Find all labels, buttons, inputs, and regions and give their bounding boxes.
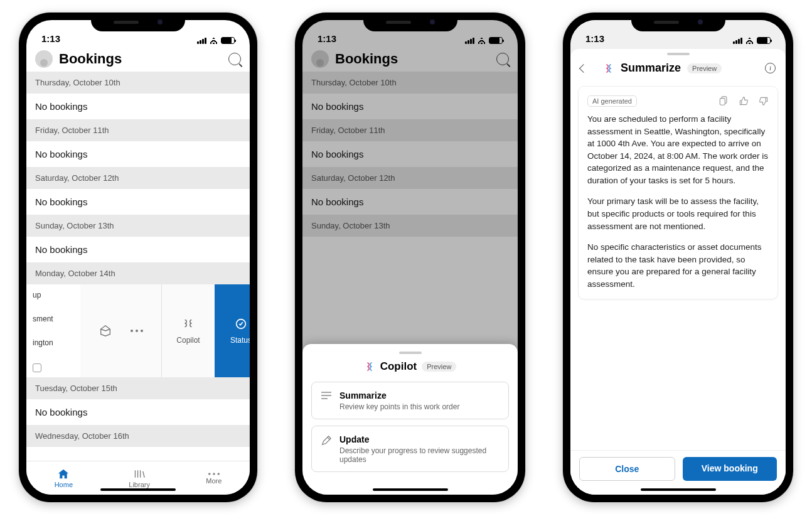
search-icon[interactable] [228, 53, 241, 65]
copilot-sheet: Copilot Preview Summarize Review key poi… [302, 344, 518, 495]
day-header: Sunday, October 13th [26, 215, 250, 237]
summarize-panel: Summarize Preview AI generated [570, 49, 786, 495]
info-icon[interactable] [765, 63, 776, 73]
phone-2: 1:13 Bookings Thursday, October 10th No … [295, 13, 525, 502]
card-subtitle: Describe your progress to review suggest… [339, 446, 499, 464]
no-bookings: No bookings [26, 94, 250, 119]
battery-icon [757, 37, 771, 44]
sheet-grabber[interactable] [399, 352, 422, 354]
status-time: 1:13 [41, 33, 60, 44]
status-action[interactable]: Status [215, 284, 250, 377]
swipe-secondary-actions [80, 284, 162, 377]
page-header: Bookings [26, 45, 250, 72]
svg-point-0 [131, 330, 133, 332]
ai-generated-badge: AI generated [587, 95, 637, 107]
copilot-label: Copilot [176, 336, 200, 345]
summary-paragraph: No specific characteristics or asset doc… [587, 241, 769, 290]
summarize-card[interactable]: Summarize Review key points in this work… [311, 382, 509, 419]
booking-row-swiped[interactable]: up sment ington Copilot [26, 284, 250, 377]
summarize-header: Summarize Preview [570, 59, 786, 82]
day-header: Friday, October 11th [26, 119, 250, 141]
tab-home[interactable]: Home [55, 468, 73, 488]
phone-1: 1:13 Bookings Thursday, October 10th No … [19, 13, 257, 502]
address-tag-icon [33, 363, 41, 372]
peek-text: sment [33, 313, 77, 325]
status-time: 1:13 [585, 33, 604, 44]
preview-badge: Preview [687, 63, 722, 73]
svg-point-2 [141, 330, 143, 332]
status-icon [234, 317, 248, 331]
svg-rect-8 [720, 99, 725, 105]
summarize-icon [321, 391, 332, 400]
phone-3: 1:13 Summarize Preview [563, 13, 793, 502]
close-button[interactable]: Close [579, 457, 675, 481]
tab-more[interactable]: More [206, 472, 222, 485]
day-header: Monday, October 14th [26, 262, 250, 284]
update-card[interactable]: Update Describe your progress to review … [311, 426, 509, 472]
copy-icon[interactable] [719, 96, 729, 106]
no-bookings: No bookings [26, 399, 250, 425]
svg-point-1 [136, 330, 138, 332]
svg-point-5 [213, 473, 215, 475]
copilot-header: Copilot Preview [311, 360, 509, 373]
battery-icon [221, 37, 235, 44]
home-icon [57, 468, 70, 480]
view-booking-button[interactable]: View booking [683, 457, 777, 481]
status-indicators [197, 37, 235, 44]
thumbs-down-icon[interactable] [759, 96, 769, 106]
back-icon[interactable] [579, 63, 588, 72]
summarize-title: Summarize [621, 62, 681, 75]
thumbs-up-icon[interactable] [739, 96, 749, 106]
day-header: Saturday, October 12th [26, 167, 250, 189]
library-icon [133, 468, 146, 480]
tab-label: More [206, 477, 222, 485]
status-label: Status [230, 336, 250, 345]
day-header: Tuesday, October 15th [26, 377, 250, 399]
no-bookings: No bookings [26, 189, 250, 215]
preview-badge: Preview [422, 362, 456, 372]
move-icon [99, 324, 112, 338]
bookings-list[interactable]: Thursday, October 10th No bookings Frida… [26, 72, 250, 465]
day-header: Wednesday, October 16th [26, 425, 250, 447]
more-icon [208, 472, 220, 476]
home-indicator[interactable] [641, 488, 716, 491]
copilot-logo-icon [364, 361, 375, 372]
signal-icon [197, 38, 206, 44]
tab-library[interactable]: Library [129, 468, 150, 488]
sheet-grabber[interactable] [667, 53, 690, 55]
copilot-icon [181, 317, 195, 331]
update-icon [321, 435, 332, 446]
home-indicator[interactable] [373, 488, 448, 491]
svg-point-6 [217, 473, 220, 475]
copilot-title: Copilot [380, 360, 417, 373]
day-header: Thursday, October 10th [26, 72, 250, 94]
booking-card-peek[interactable]: up sment ington [26, 284, 80, 377]
card-title: Summarize [339, 390, 387, 400]
more-action[interactable] [130, 329, 144, 333]
card-title: Update [339, 434, 369, 444]
peek-text: ington [33, 337, 77, 348]
peek-text: up [33, 289, 77, 301]
move-action[interactable] [99, 324, 112, 338]
summary-paragraph: You are scheduled to perform a facility … [587, 113, 769, 186]
summary-paragraph: Your primary task will be to assess the … [587, 195, 769, 232]
copilot-action[interactable]: Copilot [162, 284, 215, 377]
notch [363, 13, 457, 31]
summary-card: AI generated [578, 86, 778, 299]
wifi-icon [745, 37, 754, 44]
card-subtitle: Review key points in this work order [339, 402, 459, 411]
avatar-icon[interactable] [35, 50, 53, 68]
feedback-actions [719, 96, 769, 106]
no-bookings: No bookings [26, 237, 250, 262]
wifi-icon [209, 37, 218, 44]
status-indicators [733, 37, 771, 44]
more-icon [130, 329, 144, 333]
notch [631, 13, 725, 31]
signal-icon [733, 38, 742, 44]
svg-point-4 [208, 473, 211, 475]
notch [91, 13, 185, 31]
tab-label: Home [55, 481, 73, 488]
home-indicator[interactable] [100, 488, 176, 491]
copilot-logo-icon [603, 63, 614, 74]
page-title: Bookings [59, 51, 222, 67]
